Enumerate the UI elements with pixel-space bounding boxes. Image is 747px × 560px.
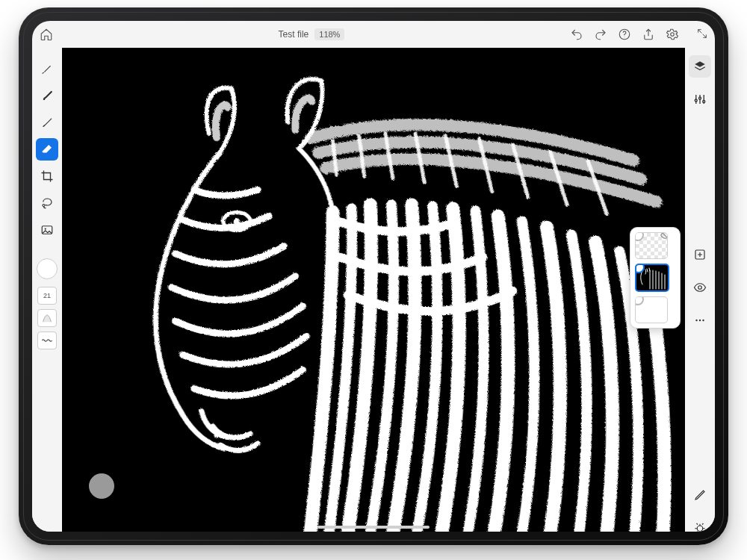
visibility-off-icon[interactable]: [660, 232, 668, 240]
svg-point-17: [214, 433, 218, 438]
svg-point-1: [624, 37, 625, 37]
brush-shape-box[interactable]: [37, 309, 57, 327]
adjustments-icon[interactable]: [689, 88, 711, 111]
touch-shortcut[interactable]: [89, 473, 114, 499]
svg-point-12: [699, 320, 701, 321]
svg-point-2: [671, 33, 675, 37]
svg-point-5: [45, 228, 46, 229]
home-icon[interactable]: [40, 28, 53, 41]
brush-flow-box[interactable]: [37, 332, 57, 349]
pencil-icon[interactable]: [689, 484, 711, 506]
more-icon[interactable]: [689, 309, 711, 332]
paint-tool[interactable]: [36, 84, 58, 107]
top-bar: Test file 118%: [32, 21, 715, 48]
svg-point-8: [703, 101, 705, 103]
bug-icon[interactable]: [689, 517, 711, 532]
image-tool[interactable]: [36, 219, 58, 241]
layer-thumb-artwork[interactable]: [635, 264, 669, 292]
svg-point-11: [695, 320, 697, 321]
redo-icon[interactable]: [594, 28, 607, 41]
layers-panel: [630, 227, 681, 329]
eraser-tool[interactable]: [36, 138, 58, 161]
layer-badge-icon: [635, 232, 644, 241]
color-swatch[interactable]: [37, 258, 58, 279]
svg-point-14: [697, 526, 703, 532]
brush-tool[interactable]: [36, 57, 58, 80]
smudge-tool[interactable]: [36, 111, 58, 134]
visibility-icon[interactable]: [689, 276, 711, 299]
svg-point-6: [695, 99, 697, 102]
add-layer-icon[interactable]: [689, 243, 711, 266]
right-toolbar: [684, 48, 715, 532]
layer-thumb-background[interactable]: [635, 296, 668, 323]
zoom-level[interactable]: 118%: [314, 28, 344, 40]
svg-point-10: [698, 286, 702, 290]
svg-point-13: [702, 320, 704, 321]
share-icon[interactable]: [642, 28, 655, 41]
crop-tool[interactable]: [36, 165, 58, 187]
canvas-artwork: [62, 48, 685, 532]
layer-badge-icon: [635, 296, 644, 305]
svg-point-7: [699, 97, 701, 99]
lasso-tool[interactable]: [36, 192, 58, 214]
svg-point-3: [43, 205, 45, 207]
help-icon[interactable]: [618, 28, 631, 41]
canvas[interactable]: [62, 48, 685, 532]
layer-thumb-transparent[interactable]: [635, 232, 668, 259]
undo-icon[interactable]: [570, 28, 583, 41]
app-screen: Test file 118%: [32, 21, 715, 532]
brush-size-value: 21: [43, 292, 51, 299]
ipad-frame: Test file 118%: [19, 7, 728, 545]
settings-gear-icon[interactable]: [666, 28, 679, 41]
home-indicator: [317, 526, 430, 529]
left-toolbar: 21: [32, 48, 63, 532]
document-title: Test file: [279, 29, 309, 40]
brush-size-box[interactable]: 21: [37, 287, 57, 305]
layers-icon[interactable]: [689, 55, 711, 78]
